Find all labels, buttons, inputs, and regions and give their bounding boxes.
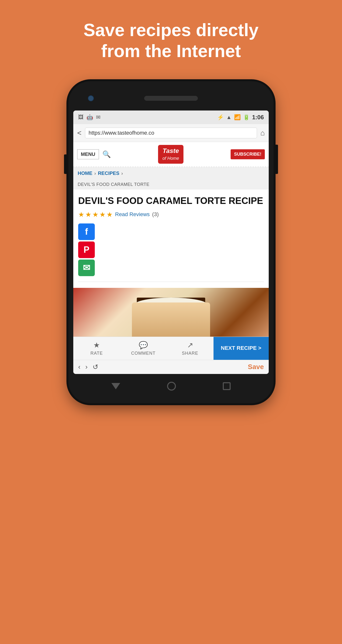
phone-outer: 🖼 🤖 ✉ ⚡ ▲ 📶 🔋 1:06 < https://www.tasteof… <box>68 81 274 403</box>
pinterest-share-button[interactable]: P <box>78 242 95 258</box>
browser-home-button[interactable]: ⌂ <box>260 129 265 137</box>
site-header: MENU 🔍 Taste of Home SUBSCRIBE! <box>73 142 269 167</box>
comment-label: COMMENT <box>131 351 156 356</box>
wifi-icon: ▲ <box>226 114 232 120</box>
email-share-button[interactable]: ✉ <box>78 260 95 276</box>
nav-forward-icon[interactable]: › <box>85 363 87 371</box>
comment-button[interactable]: 💬 COMMENT <box>120 337 166 360</box>
signal-icon: 📶 <box>234 114 241 120</box>
recipe-content: DEVIL'S FOOD CARAMEL TORTE RECIPE ★ ★ ★ … <box>73 190 269 288</box>
reviews-count: (3) <box>152 211 159 218</box>
logo-taste: Taste <box>162 147 179 154</box>
next-recipe-button[interactable]: NEXT RECIPE > <box>214 337 269 360</box>
star-5: ★ <box>106 210 113 218</box>
recipe-image: ‹ 🍳 <box>73 288 269 337</box>
android-back-button[interactable] <box>111 383 120 389</box>
rate-label: RATE <box>90 351 103 356</box>
nav-bar: ‹ › ↺ Save <box>73 360 269 374</box>
rate-icon: ★ <box>93 341 100 349</box>
mail-icon: ✉ <box>96 114 100 120</box>
reviews-link[interactable]: Read Reviews <box>115 211 150 218</box>
breadcrumb-sep1: › <box>94 170 96 176</box>
battery-icon: 🔋 <box>243 114 250 120</box>
comment-icon: 💬 <box>139 341 148 349</box>
menu-button[interactable]: MENU <box>77 149 99 159</box>
status-icons-left: 🖼 🤖 ✉ <box>78 114 100 120</box>
bottom-action-bar: ★ RATE 💬 COMMENT ↗ SHARE NEXT RECIPE > <box>73 337 269 360</box>
recipe-title: DEVIL'S FOOD CARAMEL TORTE RECIPE <box>78 196 264 206</box>
cake-plate <box>132 302 210 337</box>
breadcrumb-current: DEVIL'S FOOD CARAMEL TORTE <box>73 180 269 190</box>
stars: ★ ★ ★ ★ ★ <box>78 210 113 218</box>
logo-ofhome: of Home <box>162 156 179 161</box>
status-bar: 🖼 🤖 ✉ ⚡ ▲ 📶 🔋 1:06 <box>73 110 269 124</box>
next-recipe-label: NEXT RECIPE > <box>221 345 261 351</box>
star-3: ★ <box>92 210 98 218</box>
share-icon: ↗ <box>187 341 193 349</box>
star-2: ★ <box>85 210 91 218</box>
bluetooth-icon: ⚡ <box>217 114 224 120</box>
nav-back-icon[interactable]: ‹ <box>78 363 80 371</box>
camera <box>88 96 94 101</box>
browser-chrome: < https://www.tasteofhome.co ⌂ <box>73 124 269 142</box>
status-icons-right: ⚡ ▲ 📶 🔋 1:06 <box>217 114 264 121</box>
content-divider <box>78 282 264 282</box>
breadcrumb-sep2: › <box>121 170 123 176</box>
rate-button[interactable]: ★ RATE <box>73 337 120 360</box>
breadcrumb-bar: HOME › RECIPES › <box>73 167 269 180</box>
share-label: SHARE <box>182 351 198 356</box>
phone-top-bar <box>73 88 269 108</box>
android-recents-button[interactable] <box>223 382 231 390</box>
image-icon: 🖼 <box>78 114 84 120</box>
search-icon[interactable]: 🔍 <box>102 150 111 158</box>
logo-area: Taste of Home <box>114 145 227 164</box>
share-button[interactable]: ↗ SHARE <box>166 337 213 360</box>
header-text: Save recipes directly from the Internet <box>64 20 278 62</box>
star-4: ★ <box>99 210 106 218</box>
url-bar[interactable]: https://www.tasteofhome.co <box>85 128 257 138</box>
rating-row: ★ ★ ★ ★ ★ Read Reviews (3) <box>78 210 264 218</box>
android-home-button[interactable] <box>167 382 176 390</box>
header-line2: from the Internet <box>101 41 241 61</box>
site-logo: Taste of Home <box>158 145 184 164</box>
phone-bottom-nav <box>73 376 269 396</box>
save-button[interactable]: Save <box>248 363 264 371</box>
social-buttons: f P ✉ <box>78 224 96 278</box>
star-1: ★ <box>78 210 84 218</box>
time-display: 1:06 <box>252 114 264 121</box>
cake-visual <box>73 288 269 337</box>
browser-back-button[interactable]: < <box>77 129 82 137</box>
subscribe-button[interactable]: SUBSCRIBE! <box>231 149 265 159</box>
phone-screen: 🖼 🤖 ✉ ⚡ ▲ 📶 🔋 1:06 < https://www.tasteof… <box>73 110 269 374</box>
speaker <box>144 96 198 101</box>
breadcrumb-recipes[interactable]: RECIPES <box>98 170 119 176</box>
breadcrumb-home[interactable]: HOME <box>78 170 92 176</box>
facebook-share-button[interactable]: f <box>78 224 95 240</box>
header-line1: Save recipes directly <box>84 20 258 40</box>
nav-refresh-icon[interactable]: ↺ <box>93 363 98 371</box>
phone-wrapper: 🖼 🤖 ✉ ⚡ ▲ 📶 🔋 1:06 < https://www.tasteof… <box>68 81 274 403</box>
android-icon: 🤖 <box>86 114 93 120</box>
